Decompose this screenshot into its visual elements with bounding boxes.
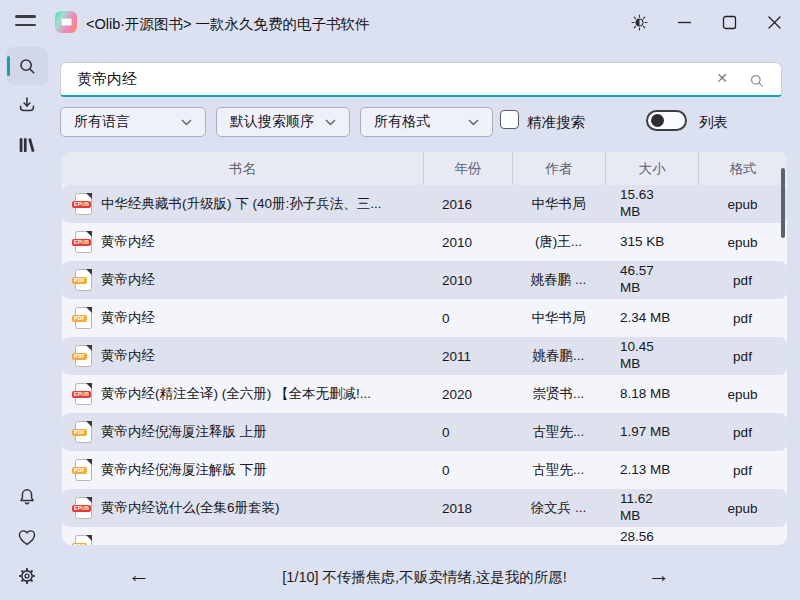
book-title: 中华经典藏书(升级版) 下 (40册:孙子兵法、三... xyxy=(101,195,382,213)
table-row[interactable]: EPUB 黄帝内经 2010 (唐)王... 315 KB epub xyxy=(62,223,787,261)
book-author: 姚春鹏... xyxy=(512,347,605,365)
table-row[interactable]: EPUB 黄帝内经说什么(全集6册套装) 2018 徐文兵 ... 11.62 … xyxy=(62,489,787,527)
next-page-button[interactable]: → xyxy=(642,560,676,590)
header-format[interactable]: 格式 xyxy=(698,152,787,185)
folded-corner xyxy=(86,269,92,275)
titlebar: <Olib·开源图书> 一款永久免费的电子书软件 xyxy=(0,0,800,45)
file-type-badge: EPUB xyxy=(72,239,91,246)
book-size: 11.62 MB xyxy=(605,491,698,525)
file-type-badge: EPUB xyxy=(72,391,91,398)
file-type-badge: PDF xyxy=(72,467,87,474)
menu-bar xyxy=(15,15,36,18)
table-row[interactable]: PDF 28.56 MB xyxy=(62,527,787,545)
file-type-icon: PDF xyxy=(75,307,92,329)
book-format: pdf xyxy=(698,349,787,364)
book-year: 2011 xyxy=(423,349,512,364)
chevron-down-icon xyxy=(468,119,479,126)
book-title: 黄帝内经说什么(全集6册套装) xyxy=(101,499,280,517)
heart-icon xyxy=(16,526,38,548)
format-dropdown[interactable]: 所有格式 xyxy=(360,107,493,137)
precise-search-label: 精准搜索 xyxy=(527,113,585,132)
window-controls xyxy=(617,0,797,45)
table-row[interactable]: PDF 黄帝内经倪海厦注解版 下册 0 古聖先... 2.13 MB pdf xyxy=(62,451,787,489)
app-logo-inner xyxy=(61,18,72,26)
search-box: ✕ xyxy=(60,62,782,97)
book-format: pdf xyxy=(698,463,787,478)
book-size: 2.34 MB xyxy=(605,310,698,327)
file-type-icon: PDF xyxy=(75,345,92,367)
book-size: 315 KB xyxy=(605,234,698,251)
sidebar xyxy=(0,45,56,600)
folded-corner xyxy=(86,459,92,465)
folded-corner xyxy=(86,497,92,503)
book-year: 2016 xyxy=(423,197,512,212)
sidebar-item-library[interactable] xyxy=(6,126,48,164)
sort-order-dropdown[interactable]: 默认搜索顺序 xyxy=(216,107,350,137)
sidebar-item-downloads[interactable] xyxy=(6,86,48,124)
sidebar-item-favorites[interactable] xyxy=(6,518,48,556)
file-type-icon: PDF xyxy=(75,421,92,443)
book-size: 1.97 MB xyxy=(605,424,698,441)
book-author: 徐文兵 ... xyxy=(512,499,605,517)
sidebar-item-notifications[interactable] xyxy=(6,478,48,516)
file-type-icon: PDF xyxy=(75,269,92,291)
theme-toggle-icon[interactable] xyxy=(617,0,662,45)
book-format: pdf xyxy=(698,425,787,440)
close-button[interactable] xyxy=(752,0,797,45)
book-year: 0 xyxy=(423,425,512,440)
book-format: epub xyxy=(698,235,787,250)
header-size[interactable]: 大小 xyxy=(605,152,698,185)
book-year: 0 xyxy=(423,463,512,478)
folded-corner xyxy=(86,231,92,237)
header-year[interactable]: 年份 xyxy=(423,152,512,185)
folded-corner xyxy=(86,535,92,541)
folded-corner xyxy=(86,193,92,199)
maximize-button[interactable] xyxy=(707,0,752,45)
folded-corner xyxy=(86,421,92,427)
file-type-icon: PDF xyxy=(75,535,92,545)
file-type-icon: EPUB xyxy=(75,383,92,405)
table-header: 书名 年份 作者 大小 格式 xyxy=(62,152,787,185)
chevron-down-icon xyxy=(325,119,336,126)
book-size: 2.13 MB xyxy=(605,462,698,479)
table-scrollbar[interactable] xyxy=(781,168,785,238)
book-format: epub xyxy=(698,197,787,212)
folded-corner xyxy=(86,307,92,313)
file-type-badge: PDF xyxy=(72,543,87,545)
book-title: 黄帝内经(精注全译) (全六册) 【全本无删减!... xyxy=(101,385,371,403)
folded-corner xyxy=(86,383,92,389)
precise-search-checkbox[interactable] xyxy=(500,110,519,129)
header-title[interactable]: 书名 xyxy=(62,152,423,185)
app-logo-icon xyxy=(55,11,77,33)
table-body: EPUB 中华经典藏书(升级版) 下 (40册:孙子兵法、三... 2016 中… xyxy=(62,185,787,545)
table-row[interactable]: EPUB 中华经典藏书(升级版) 下 (40册:孙子兵法、三... 2016 中… xyxy=(62,185,787,223)
book-year: 2010 xyxy=(423,273,512,288)
table-row[interactable]: EPUB 黄帝内经(精注全译) (全六册) 【全本无删减!... 2020 崇贤… xyxy=(62,375,787,413)
book-author: 中华书局 xyxy=(512,195,605,213)
file-type-badge: PDF xyxy=(72,315,87,322)
minimize-button[interactable] xyxy=(662,0,707,45)
list-view-toggle[interactable] xyxy=(646,110,687,131)
table-row[interactable]: PDF 黄帝内经 2011 姚春鹏... 10.45 MB pdf xyxy=(62,337,787,375)
search-input[interactable] xyxy=(77,63,697,95)
table-row[interactable]: PDF 黄帝内经倪海厦注释版 上册 0 古聖先... 1.97 MB pdf xyxy=(62,413,787,451)
library-icon xyxy=(16,134,38,156)
header-author[interactable]: 作者 xyxy=(512,152,605,185)
book-author: 古聖先... xyxy=(512,423,605,441)
file-type-badge: EPUB xyxy=(72,201,91,208)
search-submit-icon[interactable] xyxy=(748,72,765,89)
book-title: 黄帝内经 xyxy=(101,347,155,365)
clear-search-icon[interactable]: ✕ xyxy=(713,70,731,86)
sidebar-item-search[interactable] xyxy=(6,47,48,85)
table-row[interactable]: PDF 黄帝内经 0 中华书局 2.34 MB pdf xyxy=(62,299,787,337)
book-size: 46.57 MB xyxy=(605,263,698,297)
table-row[interactable]: PDF 黄帝内经 2010 姚春鹏 ... 46.57 MB pdf xyxy=(62,261,787,299)
language-dropdown[interactable]: 所有语言 xyxy=(60,107,206,137)
results-table: 书名 年份 作者 大小 格式 EPUB 中华经典藏书(升级版) 下 (40册:孙… xyxy=(62,152,787,545)
file-type-badge: PDF xyxy=(72,353,87,360)
format-dropdown-value: 所有格式 xyxy=(374,113,430,131)
chevron-down-icon xyxy=(181,119,192,126)
book-year: 2020 xyxy=(423,387,512,402)
menu-icon[interactable] xyxy=(15,15,36,31)
sidebar-item-settings[interactable] xyxy=(6,557,48,595)
